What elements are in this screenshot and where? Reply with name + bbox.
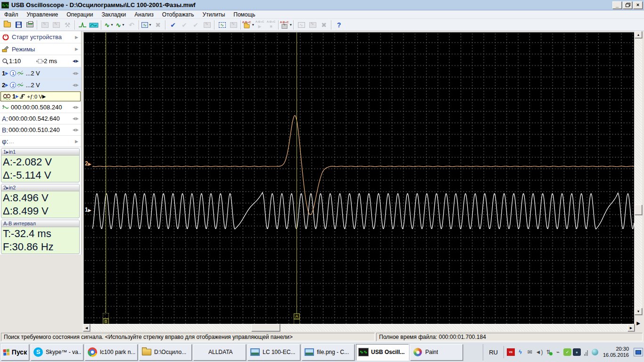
phase-row[interactable]: φ: ... ▶ <box>0 136 81 147</box>
tray-antivirus-icon[interactable]: VE <box>507 348 515 356</box>
cursor-b-line[interactable] <box>106 33 106 313</box>
close-button[interactable]: × <box>633 1 643 9</box>
channel2-zero-marker[interactable]: 2▶ <box>85 160 91 167</box>
cursor-a-row[interactable]: A: 000:00:00.542.640 ◀▶ <box>0 113 81 124</box>
cursor-b-row[interactable]: B: 000:00:00.510.240 ◀▶ <box>0 124 81 136</box>
minimize-button[interactable]: _ <box>612 1 622 9</box>
toolbar-single-pulse[interactable] <box>77 20 88 30</box>
task-button-1[interactable]: lc100 park n... <box>85 344 138 361</box>
toolbar-wave-edit[interactable] <box>88 20 99 30</box>
task-button-6[interactable]: ∿∿USB Oscill... <box>356 344 409 361</box>
toolbar-view-scope[interactable]: ∿ <box>296 20 307 30</box>
menu-2[interactable]: Операции <box>62 11 97 18</box>
tray-network-signal-icon[interactable] <box>582 348 590 356</box>
vertical-scrollbar[interactable]: ▲ ▼ <box>635 31 642 315</box>
task-button-3[interactable]: ALLDATA <box>193 344 246 361</box>
scroll-up-button[interactable]: ▲ <box>635 31 642 38</box>
cursor-a-flag[interactable]: A <box>294 313 300 319</box>
task-button-4[interactable]: LC 100-EC... <box>248 344 300 361</box>
toolbar-save-view-2[interactable] <box>50 20 62 30</box>
dropdown-arrow-icon[interactable]: ▼ <box>110 23 114 26</box>
toolbar-report[interactable] <box>201 20 213 30</box>
toolbar-delete-2[interactable]: ✖ <box>318 20 330 30</box>
trigger-expand-icon[interactable]: ▶ <box>42 94 46 99</box>
toolbar-undo[interactable]: ↶ <box>126 20 137 30</box>
channel1-adjust-arrows[interactable]: ◀▶ <box>73 71 79 75</box>
cursor-a-adjust-arrows[interactable]: ◀▶ <box>73 116 79 121</box>
toolbar-select-region[interactable]: ∿ <box>216 20 228 30</box>
tray-messenger-icon[interactable]: ✓ <box>563 348 571 356</box>
toolbar-apply-check[interactable]: ✔ <box>167 20 179 30</box>
toolbar-open-file[interactable] <box>1 20 13 30</box>
menu-6[interactable]: Утилиты <box>198 11 230 18</box>
toolbar-view-mode[interactable]: ∿▼ <box>141 20 152 30</box>
dropdown-arrow-icon[interactable]: ▼ <box>289 23 292 26</box>
task-button-0[interactable]: SSkype™ - va... <box>31 344 83 361</box>
start-button[interactable]: Пуск <box>1 344 29 361</box>
tray-camera-icon[interactable]: ● <box>573 348 581 356</box>
menu-0[interactable]: Файл <box>0 11 23 18</box>
channel2-adjust-arrows[interactable]: ◀▶ <box>73 83 79 87</box>
toolbar-abc-open[interactable]: A:B+C▼ <box>243 20 254 30</box>
toolbar-abc-stop[interactable]: A:B+C■ <box>265 20 277 30</box>
tray-usb-device-icon[interactable]: ⇅ <box>545 348 553 356</box>
task-button-2[interactable]: D:\Осцило... <box>139 344 192 361</box>
task-button-5[interactable]: file.png - C... <box>302 344 355 361</box>
position-adjust-arrows[interactable]: ◀▶ <box>73 105 79 109</box>
tray-power-plug-icon[interactable]: ⌁ <box>554 348 562 356</box>
toolbar-delete-view[interactable]: ✖ <box>152 20 164 30</box>
task-button-7[interactable]: Paint <box>410 344 463 361</box>
horizontal-scrollbar[interactable]: ◀ ▶ <box>83 324 635 331</box>
toolbar-abc-window[interactable]: A:B+C▼ <box>281 20 292 30</box>
cursor-a-line[interactable] <box>297 33 297 313</box>
menu-5[interactable]: Отображать <box>158 11 198 18</box>
toolbar-save-view-1[interactable] <box>39 20 50 30</box>
cursor-b-handle[interactable] <box>103 313 109 319</box>
cursor-b-flag[interactable]: B <box>103 319 109 324</box>
channel1-row[interactable]: 1 ▶ 1 ...2 V ◀▶ <box>0 67 81 79</box>
language-indicator[interactable]: RU <box>486 349 501 356</box>
expand-arrow-icon[interactable]: ▶ <box>75 139 78 144</box>
toolbar-process-tools[interactable]: ⚒ <box>62 20 73 30</box>
tray-volume-icon[interactable]: ◄) <box>535 348 543 356</box>
start-device-row[interactable]: Старт устройства ▶ <box>0 31 81 43</box>
cursor-b-adjust-arrows[interactable]: ◀▶ <box>73 128 79 132</box>
toolbar-abc-play[interactable]: A:B+C▶ <box>254 20 265 30</box>
restore-button[interactable] <box>623 1 632 9</box>
toolbar-horizontal-scale[interactable]: ∿▼ <box>115 20 126 30</box>
scroll-right-button[interactable]: ▶ <box>627 324 635 331</box>
toolbar-print[interactable] <box>24 20 35 30</box>
menu-1[interactable]: Управление <box>23 11 63 18</box>
scope-plot[interactable]: B A 2▶ 1▶ <box>83 32 634 324</box>
tray-sphere-app-icon[interactable] <box>592 349 598 355</box>
show-panel-button[interactable]: ▶ <box>635 319 642 328</box>
toolbar-help[interactable]: ? <box>333 20 345 30</box>
tray-mail-icon[interactable]: ✉ <box>526 348 534 356</box>
position-row[interactable]: 000:00:00.508.240 ◀▶ <box>0 102 81 113</box>
scale-row[interactable]: 1:10 2 ms ◀▶ <box>0 55 81 67</box>
toolbar-vertical-scale[interactable]: ∿▼ <box>103 20 115 30</box>
menu-3[interactable]: Закладки <box>97 11 130 18</box>
trigger-row[interactable]: 1 ▶ +ƒ:0 V ▶ <box>0 91 81 101</box>
expand-arrow-icon[interactable]: ▶ <box>75 47 78 51</box>
channel1-zero-marker[interactable]: 1▶ <box>85 206 91 213</box>
scroll-down-button[interactable]: ▼ <box>635 308 642 315</box>
toolbar-check-prev[interactable]: ✔ <box>179 20 190 30</box>
tray-download-master-icon[interactable]: ϟ <box>516 348 524 356</box>
scroll-left-button[interactable]: ◀ <box>83 324 90 331</box>
toolbar-save-file[interactable] <box>13 20 24 30</box>
modes-row[interactable]: Режимы ▶ <box>0 43 81 55</box>
toolbar-notes[interactable] <box>307 20 318 30</box>
cursor-a-handle[interactable] <box>294 319 300 324</box>
menu-7[interactable]: Помощь <box>229 11 259 18</box>
channel2-row[interactable]: 2 ▶ 2 ...2 V ◀▶ <box>0 79 81 91</box>
scale-adjust-arrows[interactable]: ◀▶ <box>73 59 79 63</box>
vertical-scroll-thumb[interactable] <box>635 205 642 215</box>
menu-4[interactable]: Анализ <box>130 11 158 18</box>
expand-arrow-icon[interactable]: ▶ <box>75 35 78 40</box>
dropdown-arrow-icon[interactable]: ▼ <box>122 23 125 26</box>
horizontal-scroll-thumb[interactable] <box>251 324 280 331</box>
toolbar-check-next[interactable]: ✔ <box>190 20 201 30</box>
show-desktop-button[interactable] <box>634 348 643 356</box>
dropdown-arrow-icon[interactable]: ▼ <box>149 23 152 26</box>
